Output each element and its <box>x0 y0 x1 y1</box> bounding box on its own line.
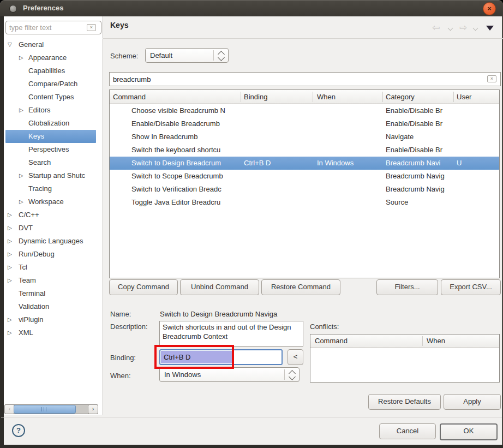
column-header-binding[interactable]: Binding <box>244 90 267 104</box>
sidebar-item-workspace[interactable]: Workspace <box>4 195 101 208</box>
forward-arrow-icon[interactable]: ⇨ <box>459 22 467 33</box>
sidebar-item-dynamic-languages[interactable]: Dynamic Languages <box>4 235 101 248</box>
expander-icon[interactable] <box>19 51 23 64</box>
search-input[interactable] <box>109 72 501 86</box>
back-arrow-icon[interactable]: ⇦ <box>432 22 440 33</box>
table-row[interactable]: Enable/Disable BreadcrumbEnable/Disable … <box>110 117 499 130</box>
sidebar-item-content-types[interactable]: Content Types <box>4 91 101 104</box>
expander-icon[interactable] <box>19 104 23 117</box>
column-divider[interactable] <box>422 336 423 346</box>
column-header-category[interactable]: Category <box>386 90 415 104</box>
titlebar[interactable]: Preferences × <box>0 0 503 16</box>
column-divider[interactable] <box>241 92 241 102</box>
scroll-right-icon[interactable]: › <box>88 404 98 414</box>
expander-icon[interactable] <box>8 208 12 222</box>
preferences-window: Preferences × × General Appearance Capab… <box>0 0 503 448</box>
export-csv-button[interactable]: Export CSV... <box>441 279 501 295</box>
sidebar-item-general[interactable]: General <box>4 38 101 51</box>
cancel-button[interactable]: Cancel <box>379 423 436 439</box>
button-label: Copy Command <box>110 280 177 294</box>
column-divider[interactable] <box>313 92 313 102</box>
clear-search-icon[interactable]: × <box>487 75 496 82</box>
description-box: Switch shortcuts in and out of the Desig… <box>159 321 303 347</box>
view-menu-icon[interactable] <box>486 26 494 31</box>
sidebar-item-editors[interactable]: Editors <box>4 104 101 117</box>
sidebar-item-label: XML <box>19 326 33 339</box>
unbind-command-button[interactable]: Unbind Command <box>180 279 259 295</box>
sidebar-item-c-cpp[interactable]: C/C++ <box>4 208 101 222</box>
expander-icon[interactable] <box>8 38 12 51</box>
button-label: OK <box>441 425 496 437</box>
help-icon[interactable]: ? <box>12 424 25 437</box>
sidebar-item-validation[interactable]: Validation <box>4 300 101 313</box>
cell-category: Breadcrumb Navi <box>386 157 453 170</box>
forward-history-chevron-icon[interactable] <box>473 26 478 31</box>
sidebar-item-capabilities[interactable]: Capabilities <box>4 64 101 77</box>
expander-icon[interactable] <box>8 248 12 261</box>
column-header-when[interactable]: When <box>317 90 336 104</box>
clear-filter-icon[interactable]: × <box>87 24 96 31</box>
table-row-selected[interactable]: Switch to Design BreadcrumCtrl+B DIn Win… <box>110 157 499 170</box>
button-label: Filters... <box>377 280 438 294</box>
table-row[interactable]: Switch to Verification BreadcBreadcrumb … <box>110 183 499 196</box>
conflicts-column-when[interactable]: When <box>427 334 445 348</box>
column-divider[interactable] <box>453 92 454 102</box>
expander-icon[interactable] <box>8 235 12 248</box>
sidebar-item-xml[interactable]: XML <box>4 326 101 339</box>
sidebar-item-dvt[interactable]: DVT <box>4 222 101 235</box>
conflicts-label: Conflicts: <box>310 322 339 331</box>
sidebar-item-startup-and-shutdown[interactable]: Startup and Shutc <box>4 169 101 182</box>
scrollbar-thumb[interactable] <box>14 405 76 414</box>
close-icon[interactable]: × <box>483 2 496 15</box>
sidebar-item-perspectives[interactable]: Perspectives <box>4 143 101 156</box>
expander-icon[interactable] <box>8 326 12 339</box>
cell-category: Enable/Disable Br <box>386 104 453 117</box>
expander-icon[interactable] <box>19 195 23 208</box>
conflicts-column-command[interactable]: Command <box>315 334 348 348</box>
sidebar-item-terminal[interactable]: Terminal <box>4 287 101 300</box>
sidebar-item-run-debug[interactable]: Run/Debug <box>4 248 101 261</box>
expander-icon[interactable] <box>8 222 12 235</box>
copy-command-button[interactable]: Copy Command <box>109 279 178 295</box>
restore-command-button[interactable]: Restore Command <box>261 279 340 295</box>
sidebar-item-label: Startup and Shutc <box>28 169 85 182</box>
button-label: Cancel <box>380 424 435 438</box>
expander-icon[interactable] <box>19 169 23 182</box>
sidebar-item-keys[interactable]: Keys <box>4 130 101 143</box>
cell-command: Toggle Java Editor Breadcru <box>131 196 241 209</box>
sidebar-item-team[interactable]: Team <box>4 274 101 287</box>
sidebar-item-tracing[interactable]: Tracing <box>4 182 101 195</box>
column-divider[interactable] <box>382 92 383 102</box>
sidebar-item-compare-patch[interactable]: Compare/Patch <box>4 77 101 91</box>
ok-button[interactable]: OK <box>440 423 498 440</box>
sidebar-item-globalization[interactable]: Globalization <box>4 117 101 130</box>
restore-defaults-button[interactable]: Restore Defaults <box>368 394 441 410</box>
cell-command: Switch to Design Breadcrum <box>131 157 241 170</box>
apply-button[interactable]: Apply <box>444 394 501 410</box>
sidebar-item-label: Validation <box>19 300 49 313</box>
filters-button[interactable]: Filters... <box>376 279 438 295</box>
conflicts-header: Command When <box>310 334 499 348</box>
sidebar-item-tcl[interactable]: Tcl <box>4 261 101 274</box>
back-history-chevron-icon[interactable] <box>448 26 453 31</box>
key-capture-button[interactable]: < <box>288 349 303 365</box>
sidebar-item-label: Search <box>28 156 51 169</box>
table-row[interactable]: Show In BreadcrumbNavigate <box>110 130 499 144</box>
sidebar-item-search[interactable]: Search <box>4 156 101 169</box>
sidebar-item-appearance[interactable]: Appearance <box>4 51 101 64</box>
table-row[interactable]: Switch the keyboard shortcuEnable/Disabl… <box>110 144 499 157</box>
column-header-user[interactable]: User <box>457 90 471 104</box>
column-header-command[interactable]: Command <box>113 90 146 104</box>
cell-command: Switch to Scope Breadcrumb <box>131 170 241 183</box>
table-row[interactable]: Choose visible Breadcrumb NEnable/Disabl… <box>110 104 499 117</box>
cell-category: Enable/Disable Br <box>386 144 453 157</box>
expander-icon[interactable] <box>8 261 12 274</box>
table-row[interactable]: Switch to Scope BreadcrumbBreadcrumb Nav… <box>110 170 499 183</box>
when-select[interactable]: In Windows <box>159 367 300 382</box>
scheme-select[interactable]: Default <box>145 48 229 63</box>
expander-icon[interactable] <box>8 313 12 326</box>
sidebar-item-label: Capabilities <box>28 64 65 77</box>
sidebar-item-viplugin[interactable]: viPlugin <box>4 313 101 326</box>
table-row[interactable]: Toggle Java Editor BreadcruSource <box>110 196 499 209</box>
expander-icon[interactable] <box>8 274 12 287</box>
